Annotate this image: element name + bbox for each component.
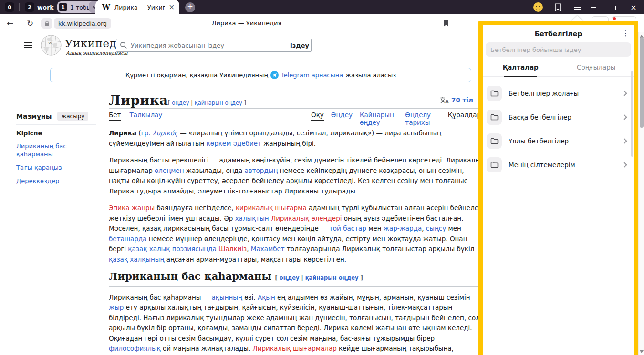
bookmark-page-button[interactable] xyxy=(443,14,449,32)
scroll-down-arrow[interactable] xyxy=(640,350,644,353)
page-tabs-left: Бет Талқылау xyxy=(109,111,162,121)
workspace-divider xyxy=(19,3,20,11)
paragraph-1: Лирика (гр. λυρικός — «лираның үнімен ор… xyxy=(109,128,485,149)
wiki-main-menu-button[interactable] xyxy=(24,42,32,48)
paragraph-3: Эпика жанры баяндауға негізделсе, кирика… xyxy=(109,203,485,264)
folder-label: Басқа бетбелгілер xyxy=(509,113,616,121)
wiki-search-button[interactable]: Іздеу xyxy=(288,39,312,52)
banner-text-after: жазыла аласыз xyxy=(345,71,396,79)
scrollbar-thumb[interactable] xyxy=(640,37,644,128)
telegram-channel-link[interactable]: Telegram арнасына xyxy=(281,71,343,79)
window-restore-button[interactable] xyxy=(609,0,618,14)
bookmarks-search-input[interactable] xyxy=(486,42,631,57)
title-edit-links[interactable]: [ өңдеу | қайнарын өңдеу ] xyxy=(168,100,246,106)
toc-item-references[interactable]: Дереккөздер xyxy=(16,177,83,185)
back-button[interactable]: ← xyxy=(7,14,13,32)
article-body: Лирика (гр. λυρικός — «лираның үнімен ор… xyxy=(109,128,485,355)
bookmarks-panel: Бетбелгілер ⋮ Қалталар Соңғылары Бетбелг… xyxy=(478,21,638,355)
lock-icon xyxy=(44,20,50,27)
tab-page[interactable]: Бет xyxy=(109,111,121,121)
hamburger-icon xyxy=(574,5,581,10)
table-of-contents: Мазмұны жасыру Кіріспе Лириканың бас қаһ… xyxy=(16,112,100,190)
browser-window: 0 2 work 1 1 тобы W Лирика — Уикипедия ×… xyxy=(0,0,644,355)
tab-read[interactable]: Оқу xyxy=(311,111,324,121)
tab-history[interactable]: Өңделу тарихы xyxy=(405,111,440,121)
wiki-search-input[interactable] xyxy=(116,39,288,52)
workspace-label-work[interactable]: work xyxy=(37,4,54,11)
page-scrollbar[interactable] xyxy=(638,32,644,355)
language-selector[interactable]: A 70 тіл xyxy=(440,96,473,104)
tab-recent[interactable]: Соңғылары xyxy=(559,63,634,76)
tab-edit-source[interactable]: Қайнарын өңдеу xyxy=(360,111,398,121)
reload-button[interactable]: ↻ xyxy=(27,14,33,32)
workspace-badge-work[interactable]: 2 xyxy=(25,2,34,12)
title-rule xyxy=(109,108,481,109)
url-text: kk.wikipedia.org xyxy=(54,20,111,27)
bookmark-filled-icon xyxy=(443,20,449,27)
wikipedia-globe-icon: W xyxy=(40,34,62,56)
new-tab-button[interactable]: + xyxy=(185,2,195,12)
active-tab[interactable]: W Лирика — Уикипедия × xyxy=(95,0,179,14)
paragraph-4: Лириканың бас қаһарманы — ақынның өзі. А… xyxy=(109,293,485,355)
panel-menu-button[interactable]: ⋮ xyxy=(622,29,629,38)
article-title: Лирика xyxy=(109,92,168,108)
restore-icon xyxy=(612,6,616,10)
avatar-eye xyxy=(539,6,540,7)
notification-dot xyxy=(613,17,616,20)
tab-edit[interactable]: Өңдеу xyxy=(331,111,353,121)
chevron-right-icon xyxy=(622,162,627,167)
toc-item-hero[interactable]: Лириканың бас қаһарманы xyxy=(16,142,83,158)
folder-label: Бетбелгілер жолағы xyxy=(509,90,616,97)
minimize-icon xyxy=(591,7,596,8)
site-security-button[interactable] xyxy=(41,18,52,29)
tab-close-icon[interactable]: × xyxy=(168,3,175,11)
window-minimize-button[interactable] xyxy=(589,0,598,14)
folder-row-bookmarks-bar[interactable]: Бетбелгілер жолағы xyxy=(483,81,634,105)
toc-item-seealso[interactable]: Тағы қараңыз xyxy=(16,163,83,172)
browser-topbar: 0 2 work 1 1 тобы W Лирика — Уикипедия ×… xyxy=(0,0,644,14)
paragraph-2: Лириканың басты ерекшелігі — адамның көң… xyxy=(109,155,485,196)
tab-title: Лирика — Уикипедия xyxy=(114,4,165,11)
window-close-button[interactable]: × xyxy=(629,0,638,14)
svg-text:W: W xyxy=(48,41,52,45)
bookmarks-panel-title: Бетбелгілер xyxy=(535,30,582,38)
panel-scrollbar-thumb[interactable] xyxy=(631,71,633,157)
url-chip[interactable]: kk.wikipedia.org xyxy=(54,18,111,29)
banner-text-before: Құрметті оқырман, қазақша Уикипедияның xyxy=(125,71,268,79)
tab-folders[interactable]: Қалталар xyxy=(483,63,559,76)
folder-icon xyxy=(490,162,499,168)
folder-row-mobile-bookmarks[interactable]: Ұялы бетбелгілер xyxy=(483,129,634,153)
wikipedia-logo[interactable]: W xyxy=(40,34,62,58)
page-tabs-right: Оқу Өңдеу Қайнарын өңдеу Өңделу тарихы Қ… xyxy=(311,111,481,121)
folder-icon xyxy=(490,90,499,97)
toc-hide-button[interactable]: жасыру xyxy=(57,112,88,121)
folder-label: Ұялы бетбелгілер xyxy=(509,137,616,145)
toc-header: Мазмұны xyxy=(16,112,52,120)
folder-label: Менің сілтемелерім xyxy=(509,161,616,169)
folder-row-my-links[interactable]: Менің сілтемелерім xyxy=(483,153,634,177)
tab-tools[interactable]: Құралдар xyxy=(448,111,481,121)
wiki-search: Іздеу xyxy=(116,39,312,52)
telegram-banner: Құрметті оқырман, қазақша Уикипедияның T… xyxy=(50,68,471,82)
tab-discussion[interactable]: Талқылау xyxy=(129,111,162,121)
toc-item-intro[interactable]: Кіріспе xyxy=(16,130,100,137)
address-page-title: Лирика — Уикипедия xyxy=(212,20,281,27)
language-count[interactable]: 70 тіл xyxy=(451,96,473,104)
bookmarks-tabs: Қалталар Соңғылары xyxy=(483,63,634,77)
section-edit-links[interactable]: [ өңдеу | қайнарын өңдеу ] xyxy=(275,274,363,281)
tabs-rule xyxy=(109,121,481,121)
profile-avatar[interactable] xyxy=(533,2,543,12)
chevron-right-icon xyxy=(622,114,627,120)
section-heading: Лириканың бас қаһарманы [ өңдеу | қайнар… xyxy=(109,271,485,287)
folder-row-other-bookmarks[interactable]: Басқа бетбелгілер xyxy=(483,105,634,129)
browser-menu-button[interactable] xyxy=(572,0,582,14)
workspace-badge-0[interactable]: 0 xyxy=(5,2,14,12)
svg-text:A: A xyxy=(445,99,449,104)
toc-divider xyxy=(16,124,96,125)
bookmarks-toolbar-button[interactable] xyxy=(552,0,563,14)
telegram-icon xyxy=(270,71,279,79)
folder-icon xyxy=(490,114,499,121)
folder-icon xyxy=(490,138,499,144)
chevron-right-icon xyxy=(622,91,627,96)
wikipedia-favicon: W xyxy=(102,3,110,11)
